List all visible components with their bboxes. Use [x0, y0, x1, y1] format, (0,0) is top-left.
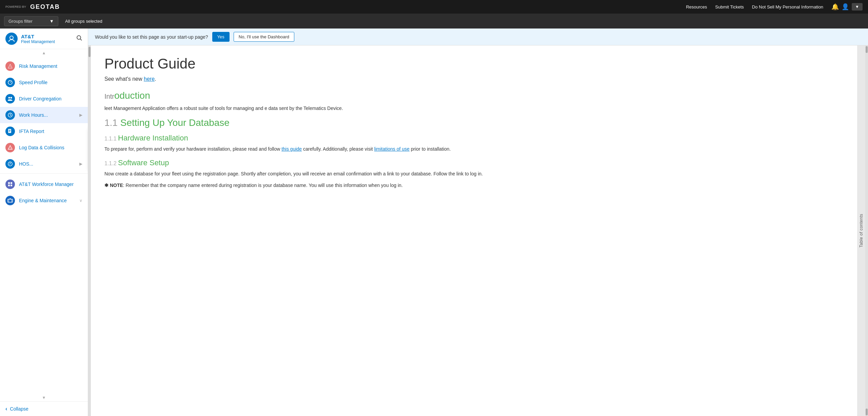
logo-area: POWERED BY GEOTAB [5, 3, 60, 11]
page-title: Product Guide [104, 56, 844, 72]
user-icon[interactable]: 👤 [842, 3, 849, 11]
driver-congregation-label: Driver Congregation [19, 96, 61, 101]
work-hours-expand-icon: ▶ [79, 113, 82, 117]
geotab-brand: GEOTAB [30, 3, 60, 11]
att-workforce-label: AT&T Workforce Manager [19, 182, 74, 187]
user-dropdown-button[interactable]: ▼ [852, 3, 863, 11]
content-wrapper: Product Guide See what's new here. Intro… [88, 45, 868, 416]
subtitle-link[interactable]: here [144, 76, 155, 82]
sidebar-nav: ! Risk Management Speed Profile [0, 57, 88, 394]
sidebar: AT&T Fleet Management ▲ ! Risk Managemen… [0, 29, 88, 416]
sidebar-item-log-data-collisions[interactable]: ! Log Data & Collisions [0, 139, 88, 156]
limitations-link[interactable]: limitations of use [374, 146, 410, 152]
work-hours-icon [5, 110, 15, 120]
collapse-icon: ‹ [5, 406, 7, 412]
svg-point-1 [77, 36, 81, 39]
log-data-collisions-label: Log Data & Collisions [19, 145, 64, 150]
svg-point-6 [11, 97, 12, 99]
risk-management-label: Risk Management [19, 63, 57, 69]
section-1-1-heading: 1.1 Setting Up Your Database [104, 117, 844, 128]
software-setup-para: Now create a database for your fleet usi… [104, 170, 844, 177]
scrollbar-thumb [88, 47, 91, 57]
sidebar-item-risk-management[interactable]: ! Risk Management [0, 58, 88, 74]
powered-by-text: POWERED BY [5, 5, 26, 9]
hos-icon [5, 159, 15, 169]
ifta-report-label: IFTA Report [19, 129, 44, 134]
svg-rect-17 [11, 185, 12, 186]
toc-label: Table of contents [859, 214, 864, 247]
main-content: Would you like to set this page as your … [88, 29, 868, 416]
all-groups-selected-text: All groups selected [65, 19, 102, 24]
intro-heading: Introduction [104, 90, 844, 101]
driver-congregation-icon [5, 94, 15, 103]
toc-sidebar[interactable]: Table of contents [857, 45, 865, 416]
sidebar-collapse-button[interactable]: ‹ Collapse [0, 401, 88, 416]
speed-profile-icon [5, 78, 15, 87]
resources-link[interactable]: Resources [686, 4, 707, 10]
att-workforce-icon [5, 179, 15, 189]
groups-filter-bar: Groups filter ▼ All groups selected [0, 14, 868, 29]
speed-profile-label: Speed Profile [19, 80, 47, 85]
sidebar-brand-sub: Fleet Management [21, 39, 55, 44]
svg-rect-15 [11, 182, 12, 184]
hos-expand-icon: ▶ [79, 162, 82, 166]
scroll-down-indicator: ▼ [0, 394, 88, 401]
startup-yes-button[interactable]: Yes [212, 32, 230, 42]
intro-heading-text: oduction [114, 90, 150, 101]
svg-rect-11 [9, 131, 10, 132]
sidebar-brand: AT&T Fleet Management [21, 34, 55, 44]
right-scrollbar-thumb-top [866, 46, 868, 53]
right-scrollbar[interactable] [865, 45, 868, 416]
svg-rect-16 [8, 185, 10, 186]
hardware-install-para: To prepare for, perform and verify your … [104, 145, 844, 153]
startup-no-button[interactable]: No, I'll use the Dashboard [234, 32, 294, 42]
note-section: ✱ NOTE: Remember that the company name e… [104, 182, 844, 189]
notification-icon[interactable]: 🔔 [831, 3, 839, 11]
submit-tickets-link[interactable]: Submit Tickets [715, 4, 744, 10]
engine-maintenance-expand-icon: ∨ [79, 198, 82, 203]
engine-maintenance-icon [5, 196, 15, 205]
hos-label: HOS... [19, 161, 33, 167]
svg-line-2 [80, 39, 82, 40]
intro-paragraph: leet Management Application offers a rob… [104, 105, 844, 112]
section-1-1-2-heading: 1.1.2 Software Setup [104, 158, 844, 167]
groups-filter-button[interactable]: Groups filter ▼ [4, 16, 58, 26]
svg-text:!: ! [10, 147, 11, 149]
log-data-icon: ! [5, 143, 15, 152]
groups-filter-dropdown-icon: ▼ [50, 19, 54, 24]
sidebar-item-work-hours[interactable]: Work Hours... ▶ [0, 107, 88, 123]
startup-question: Would you like to set this page as your … [95, 34, 208, 40]
left-scrollbar[interactable] [88, 45, 91, 416]
svg-point-5 [8, 97, 10, 99]
subtitle-end: . [155, 76, 156, 82]
sidebar-item-driver-congregation[interactable]: Driver Congregation [0, 91, 88, 107]
sidebar-divider [0, 173, 88, 176]
user-area: 🔔 👤 ▼ [831, 3, 863, 11]
sidebar-search-button[interactable] [76, 35, 82, 43]
main-layout: AT&T Fleet Management ▲ ! Risk Managemen… [0, 29, 868, 416]
svg-marker-19 [9, 198, 11, 199]
engine-maintenance-label: Engine & Maintenance [19, 198, 67, 203]
sidebar-logo [5, 33, 18, 45]
svg-rect-9 [9, 130, 11, 130]
collapse-label: Collapse [10, 406, 28, 412]
this-guide-link[interactable]: this guide [281, 146, 302, 152]
sidebar-item-ifta-report[interactable]: IFTA Report [0, 123, 88, 139]
sidebar-item-att-workforce[interactable]: AT&T Workforce Manager [0, 176, 88, 192]
right-scrollbar-thumb-bottom [866, 409, 868, 415]
svg-point-0 [10, 36, 13, 39]
subtitle: See what's new here. [104, 76, 844, 82]
risk-management-icon: ! [5, 61, 15, 71]
startup-bar: Would you like to set this page as your … [88, 29, 868, 45]
do-not-sell-link[interactable]: Do Not Sell My Personal Information [752, 4, 823, 10]
sidebar-item-engine-maintenance[interactable]: Engine & Maintenance ∨ [0, 192, 88, 209]
svg-rect-10 [9, 131, 11, 131]
scroll-up-indicator: ▲ [0, 49, 88, 57]
sidebar-item-hos[interactable]: HOS... ▶ [0, 156, 88, 172]
top-bar-right: Resources Submit Tickets Do Not Sell My … [686, 3, 863, 11]
sidebar-header: AT&T Fleet Management [0, 29, 88, 49]
content-area: Product Guide See what's new here. Intro… [91, 45, 857, 416]
sidebar-item-speed-profile[interactable]: Speed Profile [0, 74, 88, 91]
sidebar-brand-name: AT&T [21, 34, 55, 39]
top-bar: POWERED BY GEOTAB Resources Submit Ticke… [0, 0, 868, 14]
